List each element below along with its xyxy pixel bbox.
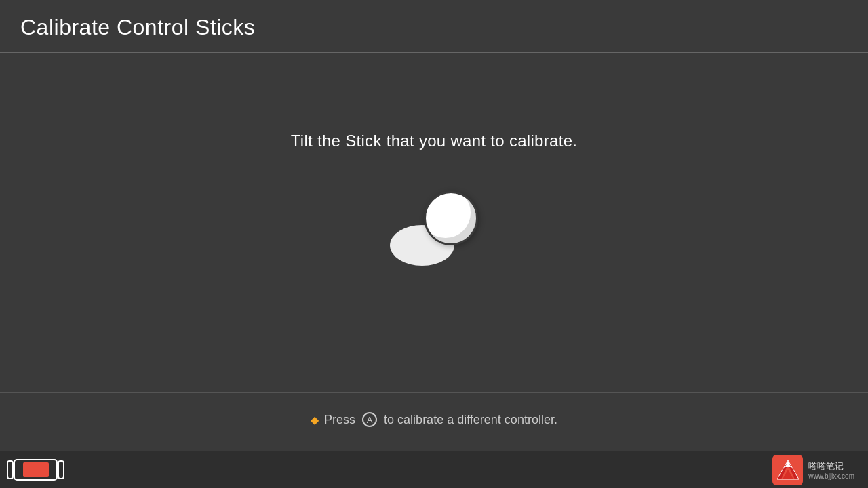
hint-text-container: ◆ Press A to calibrate a different contr… [0,412,868,427]
switch-screen [23,462,49,477]
watermark-text-block: 嗒嗒笔记 www.bjjixx.com [808,460,854,480]
hint-press-label: Press [324,413,355,427]
main-content: Tilt the Stick that you want to calibrat… [0,53,868,419]
diamond-icon: ◆ [311,413,319,426]
watermark-logo [772,455,803,485]
watermark: 嗒嗒笔记 www.bjjixx.com [772,455,854,485]
hint-divider [0,392,868,393]
switch-body [14,459,58,481]
page-title: Calibrate Control Sticks [20,15,848,40]
hint-suffix-label: to calibrate a different controller. [384,413,557,427]
instruction-text: Tilt the Stick that you want to calibrat… [291,131,578,150]
watermark-svg [776,458,800,482]
watermark-site-name: 嗒嗒笔记 [808,460,854,472]
watermark-url: www.bjjixx.com [808,472,854,480]
stick-front-shape [424,191,478,245]
switch-left-joycon [7,460,14,479]
a-button-circle: A [362,412,377,427]
switch-right-joycon [58,460,64,479]
header: Calibrate Control Sticks [0,0,868,53]
switch-console-icon [14,459,58,481]
bottom-hint-area: ◆ Press A to calibrate a different contr… [0,412,868,427]
control-stick-icon [390,191,478,266]
footer: 嗒嗒笔记 www.bjjixx.com [0,451,868,488]
